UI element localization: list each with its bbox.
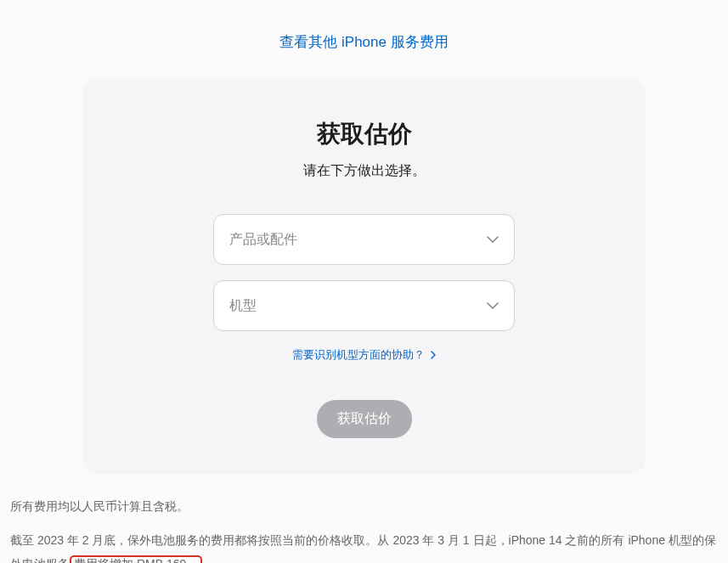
card-subtitle: 请在下方做出选择。 [116,162,612,180]
get-estimate-button[interactable]: 获取估价 [317,400,412,438]
estimate-card: 获取估价 请在下方做出选择。 产品或配件 机型 需要识别机型方面的协助？ 获取估… [82,77,646,474]
other-services-link[interactable]: 查看其他 iPhone 服务费用 [279,34,448,50]
top-link-container: 查看其他 iPhone 服务费用 [0,0,728,77]
price-increase-highlight: 费用将增加 RMB 169。 [70,555,202,563]
help-link-label: 需要识别机型方面的协助？ [292,348,425,361]
disclaimer-line-2: 截至 2023 年 2 月底，保外电池服务的费用都将按照当前的价格收取。从 20… [10,528,718,563]
help-link-container: 需要识别机型方面的协助？ [116,346,612,363]
product-select-placeholder: 产品或配件 [229,231,297,249]
model-select-wrap: 机型 [213,280,515,331]
disclaimer: 所有费用均以人民币计算且含税。 截至 2023 年 2 月底，保外电池服务的费用… [10,494,718,563]
product-select-wrap: 产品或配件 [213,214,515,265]
disclaimer-line-1: 所有费用均以人民币计算且含税。 [10,494,718,518]
product-select[interactable]: 产品或配件 [213,214,515,265]
chevron-down-icon [487,236,499,243]
card-title: 获取估价 [116,118,612,150]
chevron-down-icon [487,302,499,309]
chevron-right-icon [431,349,436,362]
identify-model-help-link[interactable]: 需要识别机型方面的协助？ [292,348,437,361]
model-select-placeholder: 机型 [229,297,257,315]
model-select[interactable]: 机型 [213,280,515,331]
